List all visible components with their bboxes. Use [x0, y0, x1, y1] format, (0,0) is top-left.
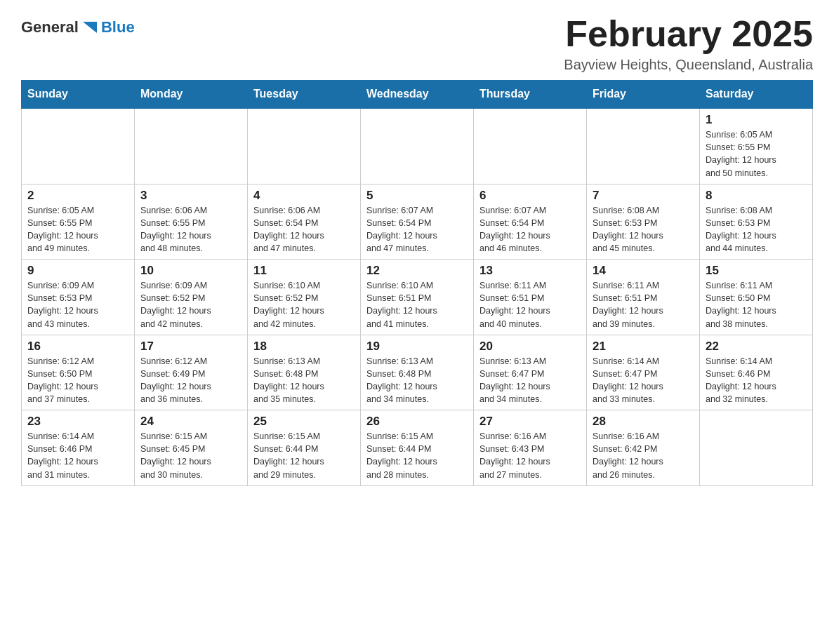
day-info: Sunrise: 6:05 AM Sunset: 6:55 PM Dayligh…	[27, 204, 128, 255]
day-number: 9	[27, 264, 128, 278]
weekday-header-monday: Monday	[135, 81, 248, 109]
calendar-day-cell	[700, 410, 813, 486]
day-number: 22	[706, 340, 807, 354]
day-info: Sunrise: 6:10 AM Sunset: 6:51 PM Dayligh…	[366, 279, 468, 330]
day-number: 12	[366, 264, 468, 278]
calendar-day-cell: 23Sunrise: 6:14 AM Sunset: 6:46 PM Dayli…	[22, 410, 135, 486]
location: Bayview Heights, Queensland, Australia	[564, 57, 813, 73]
day-number: 19	[366, 340, 468, 354]
weekday-header-thursday: Thursday	[474, 81, 587, 109]
day-number: 13	[479, 264, 581, 278]
day-info: Sunrise: 6:06 AM Sunset: 6:54 PM Dayligh…	[253, 204, 355, 255]
calendar-week-row: 9Sunrise: 6:09 AM Sunset: 6:53 PM Daylig…	[22, 260, 813, 335]
weekday-header-row: SundayMondayTuesdayWednesdayThursdayFrid…	[22, 81, 813, 109]
calendar-day-cell: 18Sunrise: 6:13 AM Sunset: 6:48 PM Dayli…	[248, 335, 361, 410]
calendar-day-cell: 5Sunrise: 6:07 AM Sunset: 6:54 PM Daylig…	[361, 184, 474, 260]
calendar-day-cell	[135, 108, 248, 184]
calendar-day-cell: 14Sunrise: 6:11 AM Sunset: 6:51 PM Dayli…	[587, 260, 700, 335]
day-number: 6	[479, 189, 581, 203]
calendar-day-cell	[22, 108, 135, 184]
weekday-header-friday: Friday	[587, 81, 700, 109]
day-number: 26	[366, 415, 468, 429]
calendar-day-cell: 24Sunrise: 6:15 AM Sunset: 6:45 PM Dayli…	[135, 410, 248, 486]
calendar-week-row: 2Sunrise: 6:05 AM Sunset: 6:55 PM Daylig…	[22, 184, 813, 260]
day-info: Sunrise: 6:15 AM Sunset: 6:44 PM Dayligh…	[253, 430, 355, 481]
day-number: 21	[593, 340, 694, 354]
calendar-day-cell: 27Sunrise: 6:16 AM Sunset: 6:43 PM Dayli…	[474, 410, 587, 486]
calendar-week-row: 16Sunrise: 6:12 AM Sunset: 6:50 PM Dayli…	[22, 335, 813, 410]
calendar-day-cell: 25Sunrise: 6:15 AM Sunset: 6:44 PM Dayli…	[248, 410, 361, 486]
logo: General Blue	[21, 18, 135, 37]
calendar-day-cell: 7Sunrise: 6:08 AM Sunset: 6:53 PM Daylig…	[587, 184, 700, 260]
calendar-day-cell	[361, 108, 474, 184]
day-info: Sunrise: 6:11 AM Sunset: 6:51 PM Dayligh…	[593, 279, 694, 330]
day-info: Sunrise: 6:10 AM Sunset: 6:52 PM Dayligh…	[253, 279, 355, 330]
calendar-table: SundayMondayTuesdayWednesdayThursdayFrid…	[21, 80, 813, 486]
day-number: 8	[706, 189, 807, 203]
calendar-day-cell: 1Sunrise: 6:05 AM Sunset: 6:55 PM Daylig…	[700, 108, 813, 184]
day-number: 5	[366, 189, 468, 203]
logo-blue-text: Blue	[101, 18, 135, 36]
day-info: Sunrise: 6:12 AM Sunset: 6:50 PM Dayligh…	[27, 355, 128, 406]
calendar-day-cell: 10Sunrise: 6:09 AM Sunset: 6:52 PM Dayli…	[135, 260, 248, 335]
day-info: Sunrise: 6:15 AM Sunset: 6:44 PM Dayligh…	[366, 430, 468, 481]
logo-icon	[80, 18, 100, 37]
weekday-header-tuesday: Tuesday	[248, 81, 361, 109]
day-number: 2	[27, 189, 128, 203]
day-info: Sunrise: 6:12 AM Sunset: 6:49 PM Dayligh…	[140, 355, 241, 406]
day-number: 4	[253, 189, 355, 203]
calendar-day-cell: 22Sunrise: 6:14 AM Sunset: 6:46 PM Dayli…	[700, 335, 813, 410]
calendar-day-cell: 9Sunrise: 6:09 AM Sunset: 6:53 PM Daylig…	[22, 260, 135, 335]
day-info: Sunrise: 6:07 AM Sunset: 6:54 PM Dayligh…	[366, 204, 468, 255]
calendar-day-cell: 28Sunrise: 6:16 AM Sunset: 6:42 PM Dayli…	[587, 410, 700, 486]
calendar-day-cell: 12Sunrise: 6:10 AM Sunset: 6:51 PM Dayli…	[361, 260, 474, 335]
calendar-day-cell: 2Sunrise: 6:05 AM Sunset: 6:55 PM Daylig…	[22, 184, 135, 260]
day-number: 3	[140, 189, 241, 203]
day-info: Sunrise: 6:11 AM Sunset: 6:50 PM Dayligh…	[706, 279, 807, 330]
day-number: 20	[479, 340, 581, 354]
day-info: Sunrise: 6:16 AM Sunset: 6:43 PM Dayligh…	[479, 430, 581, 481]
day-info: Sunrise: 6:13 AM Sunset: 6:48 PM Dayligh…	[253, 355, 355, 406]
day-number: 14	[593, 264, 694, 278]
calendar-day-cell: 20Sunrise: 6:13 AM Sunset: 6:47 PM Dayli…	[474, 335, 587, 410]
day-info: Sunrise: 6:13 AM Sunset: 6:48 PM Dayligh…	[366, 355, 468, 406]
day-info: Sunrise: 6:11 AM Sunset: 6:51 PM Dayligh…	[479, 279, 581, 330]
weekday-header-wednesday: Wednesday	[361, 81, 474, 109]
day-number: 27	[479, 415, 581, 429]
calendar-day-cell: 17Sunrise: 6:12 AM Sunset: 6:49 PM Dayli…	[135, 335, 248, 410]
calendar-day-cell: 16Sunrise: 6:12 AM Sunset: 6:50 PM Dayli…	[22, 335, 135, 410]
page-header: General Blue February 2025 Bayview Heigh…	[21, 14, 813, 73]
calendar-day-cell: 26Sunrise: 6:15 AM Sunset: 6:44 PM Dayli…	[361, 410, 474, 486]
day-number: 7	[593, 189, 694, 203]
day-info: Sunrise: 6:14 AM Sunset: 6:46 PM Dayligh…	[27, 430, 128, 481]
calendar-body: 1Sunrise: 6:05 AM Sunset: 6:55 PM Daylig…	[22, 108, 813, 485]
svg-marker-0	[83, 22, 97, 33]
day-number: 18	[253, 340, 355, 354]
day-info: Sunrise: 6:07 AM Sunset: 6:54 PM Dayligh…	[479, 204, 581, 255]
day-info: Sunrise: 6:14 AM Sunset: 6:46 PM Dayligh…	[706, 355, 807, 406]
calendar-day-cell	[587, 108, 700, 184]
calendar-day-cell: 13Sunrise: 6:11 AM Sunset: 6:51 PM Dayli…	[474, 260, 587, 335]
day-info: Sunrise: 6:05 AM Sunset: 6:55 PM Dayligh…	[706, 128, 807, 180]
calendar-day-cell: 3Sunrise: 6:06 AM Sunset: 6:55 PM Daylig…	[135, 184, 248, 260]
day-info: Sunrise: 6:13 AM Sunset: 6:47 PM Dayligh…	[479, 355, 581, 406]
calendar-day-cell: 4Sunrise: 6:06 AM Sunset: 6:54 PM Daylig…	[248, 184, 361, 260]
calendar-day-cell: 19Sunrise: 6:13 AM Sunset: 6:48 PM Dayli…	[361, 335, 474, 410]
day-number: 15	[706, 264, 807, 278]
day-number: 24	[140, 415, 241, 429]
calendar-day-cell	[248, 108, 361, 184]
day-info: Sunrise: 6:15 AM Sunset: 6:45 PM Dayligh…	[140, 430, 241, 481]
day-number: 1	[706, 113, 807, 127]
day-info: Sunrise: 6:06 AM Sunset: 6:55 PM Dayligh…	[140, 204, 241, 255]
day-number: 28	[593, 415, 694, 429]
day-info: Sunrise: 6:09 AM Sunset: 6:53 PM Dayligh…	[27, 279, 128, 330]
calendar-week-row: 1Sunrise: 6:05 AM Sunset: 6:55 PM Daylig…	[22, 108, 813, 184]
calendar-day-cell	[474, 108, 587, 184]
day-info: Sunrise: 6:08 AM Sunset: 6:53 PM Dayligh…	[593, 204, 694, 255]
logo-general-text: General	[21, 18, 79, 36]
day-number: 11	[253, 264, 355, 278]
calendar-day-cell: 11Sunrise: 6:10 AM Sunset: 6:52 PM Dayli…	[248, 260, 361, 335]
day-number: 23	[27, 415, 128, 429]
calendar-day-cell: 6Sunrise: 6:07 AM Sunset: 6:54 PM Daylig…	[474, 184, 587, 260]
day-number: 10	[140, 264, 241, 278]
